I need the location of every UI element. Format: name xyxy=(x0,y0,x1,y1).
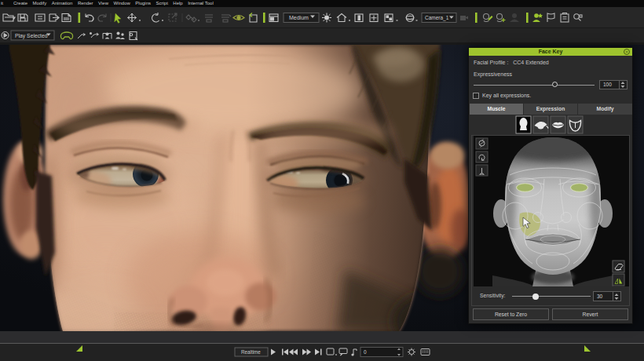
svg-text:Medium: Medium xyxy=(289,15,309,20)
svg-text:0: 0 xyxy=(364,349,367,355)
svg-text:Play Selected: Play Selected xyxy=(15,33,48,39)
svg-text:Camera_1: Camera_1 xyxy=(425,15,449,21)
svg-text:Realtime: Realtime xyxy=(241,349,261,355)
